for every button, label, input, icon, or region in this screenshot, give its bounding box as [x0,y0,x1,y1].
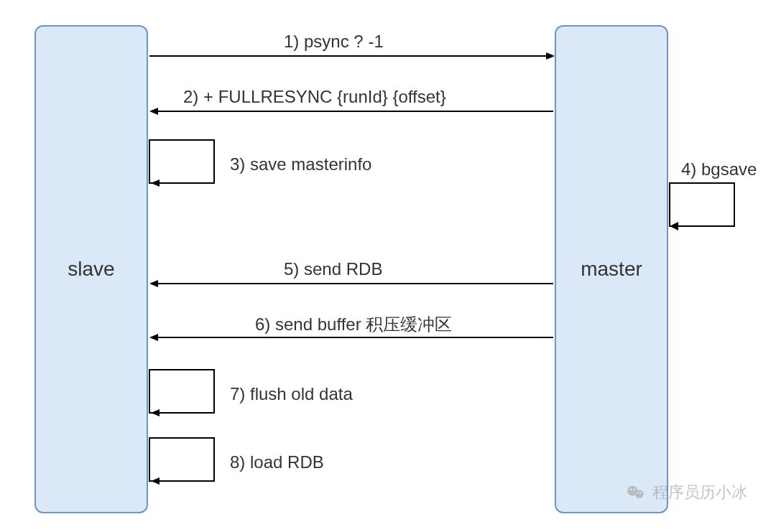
self-loop-step-7 [149,370,214,413]
step-7-label: 7) flush old data [230,384,353,404]
watermark-text: 程序员历小冰 [652,482,747,503]
svg-point-6 [630,489,632,490]
master-label: master [581,258,642,281]
svg-point-8 [637,493,639,494]
svg-point-9 [639,493,641,494]
step-4-label: 4) bgsave [681,159,757,179]
master-lifeline: master [555,25,668,513]
slave-label: slave [68,258,114,281]
step-5-label: 5) send RDB [284,259,382,279]
step-6-label: 6) send buffer 积压缓冲区 [255,313,452,336]
svg-point-5 [635,490,644,499]
step-3-label: 3) save masterinfo [230,154,371,174]
self-loop-step-8 [149,438,214,481]
step-1-label: 1) psync ? -1 [284,32,384,52]
self-loop-step-3 [149,140,214,183]
self-loop-step-4 [670,183,734,226]
watermark: 程序员历小冰 [625,482,747,503]
svg-point-7 [634,489,635,490]
slave-lifeline: slave [34,25,148,513]
step-8-label: 8) load RDB [230,452,324,472]
step-2-label: 2) + FULLRESYNC {runId} {offset} [183,87,446,107]
wechat-icon [625,482,647,503]
